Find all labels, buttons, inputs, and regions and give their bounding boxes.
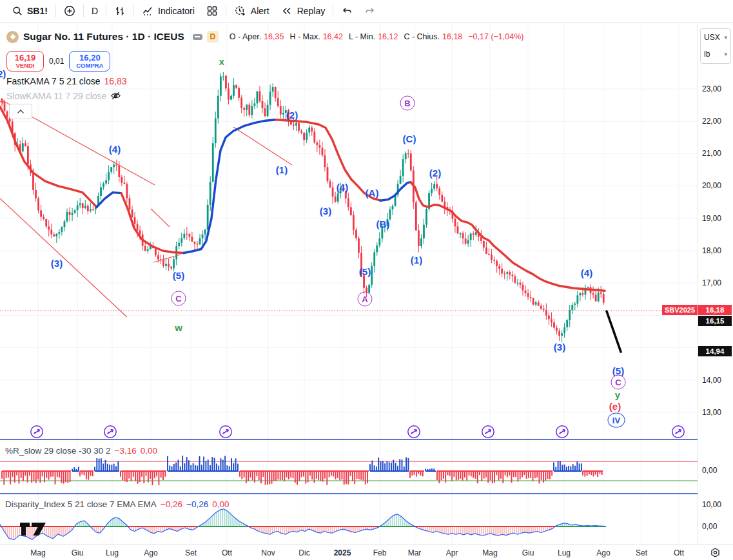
price-axis-label: 19,00 <box>702 214 721 223</box>
disparity-name: Disparity_Index 5 21 close 7 EMA EMA <box>5 499 157 509</box>
buy-label: COMPRA <box>76 63 103 69</box>
time-axis-label: Giu <box>72 548 84 557</box>
wave-label[interactable]: (B) <box>376 218 390 229</box>
wave-label[interactable]: (4) <box>109 144 121 155</box>
wave-label[interactable]: (5) <box>359 266 371 277</box>
event-marker-icon[interactable] <box>103 425 117 439</box>
buy-button[interactable]: 16,20 COMPRA <box>69 51 110 72</box>
wave-label[interactable]: (A) <box>366 188 379 198</box>
wave-label-clipped[interactable]: 2) <box>0 68 6 79</box>
open-value: 16,35 <box>264 32 284 41</box>
wave-label[interactable]: w <box>175 322 182 333</box>
time-axis-label: Giu <box>522 548 534 557</box>
time-axis-label: Mag <box>482 548 497 557</box>
symbol-search-button[interactable]: SB1! <box>6 2 54 20</box>
undo-button[interactable] <box>335 2 358 20</box>
time-axis-label: Ott <box>222 548 232 557</box>
wave-label[interactable]: (2) <box>429 168 441 179</box>
alert-clock-icon <box>234 5 246 17</box>
price-tag: 16,15 <box>698 316 732 326</box>
low-value: 16,12 <box>378 32 398 41</box>
toolbar-separator <box>333 5 333 17</box>
event-marker-icon[interactable] <box>219 425 233 439</box>
open-label: O - Aper. <box>230 32 261 41</box>
event-marker-icon[interactable] <box>555 425 569 439</box>
wave-label[interactable]: x <box>219 56 224 67</box>
price-axis-label: 20,00 <box>702 181 721 190</box>
symbol-logo <box>6 31 19 43</box>
time-axis-label: Nov <box>261 548 275 557</box>
wave-label[interactable]: (1) <box>411 255 422 266</box>
buy-price: 16,20 <box>79 53 101 63</box>
redo-icon <box>364 5 376 17</box>
wave-label[interactable]: (4) <box>337 182 348 193</box>
sell-price: 16,19 <box>15 53 36 63</box>
axis-settings-gear-icon[interactable] <box>710 547 721 558</box>
wave-label[interactable]: (3) <box>51 258 63 269</box>
alert-button[interactable]: Alert <box>228 2 275 20</box>
wave-label[interactable]: (2) <box>286 110 298 121</box>
undo-icon <box>341 5 353 17</box>
wave-label[interactable]: (1) <box>276 164 288 175</box>
time-axis-label: Ago <box>596 548 610 557</box>
unit-value: lb <box>704 50 710 59</box>
event-marker-icon[interactable] <box>407 425 421 439</box>
sell-button[interactable]: 16,19 VENDI <box>6 51 44 72</box>
unit-dropdown[interactable]: lb ▾ <box>701 46 730 63</box>
high-label: H - Max. <box>289 32 320 41</box>
disparity-value-1: −0,26 <box>161 499 182 509</box>
wave-label[interactable]: (5) <box>173 270 184 281</box>
wave-label[interactable]: C <box>171 291 186 306</box>
toolbar-separator <box>55 5 56 17</box>
chevron-up-icon <box>17 109 24 114</box>
time-axis-label: Set <box>636 548 647 557</box>
indicator-legend-slowkama[interactable]: SlowKAMA 11 7 29 close <box>6 90 121 101</box>
tradingview-logo[interactable] <box>19 519 49 537</box>
wave-label[interactable]: (3) <box>554 342 565 352</box>
fastkama-value: 16,83 <box>104 76 127 86</box>
symbol-label: SB1! <box>27 6 48 16</box>
wave-label[interactable]: (C) <box>403 133 416 144</box>
indicators-label: Indicatori <box>158 6 195 16</box>
wpr-indicator-legend[interactable]: %R_slow 29 close -30 30 2 −3,16 0,00 <box>5 446 157 456</box>
wave-label[interactable]: IV <box>608 413 625 428</box>
price-axis-label: 14,00 <box>702 376 721 385</box>
wave-label[interactable]: y <box>615 389 620 400</box>
disparity-indicator-legend[interactable]: Disparity_Index 5 21 close 7 EMA EMA −0,… <box>5 499 229 509</box>
chevron-down-icon: ▾ <box>724 34 727 41</box>
add-symbol-button[interactable] <box>58 2 81 20</box>
currency-dropdown[interactable]: USX ▾ <box>701 29 730 46</box>
trade-panel: 16,19 VENDI 0,01 16,20 COMPRA <box>6 51 110 72</box>
interval-label: D <box>92 6 98 16</box>
series-price-tag: SBV2025 <box>662 305 698 315</box>
replay-button[interactable]: Replay <box>275 2 331 20</box>
indicators-button[interactable]: Indicatori <box>136 2 200 20</box>
wave-label[interactable]: (3) <box>320 206 331 217</box>
wave-label[interactable]: A <box>358 292 373 307</box>
wave-label[interactable]: (4) <box>581 267 592 278</box>
slowkama-name: SlowKAMA 11 7 29 close <box>6 91 106 101</box>
wpr-name: %R_slow 29 close -30 30 2 <box>5 446 111 456</box>
scroll-to-top-button[interactable] <box>9 104 32 119</box>
chart-legend-header[interactable]: Sugar No. 11 Futures · 1D · ICEUS D O - … <box>6 30 523 44</box>
time-axis-label: Mag <box>30 548 45 557</box>
event-marker-icon[interactable] <box>30 425 44 439</box>
collapse-legend-icon[interactable] <box>193 34 202 40</box>
sell-label: VENDI <box>15 63 34 69</box>
chart-style-button[interactable] <box>108 2 132 20</box>
event-marker-icon[interactable] <box>671 425 685 439</box>
price-axis-label: 17,00 <box>702 278 721 287</box>
search-icon <box>12 6 23 16</box>
toolbar-separator <box>226 5 226 17</box>
price-tag: 14,94 <box>698 346 732 356</box>
eye-off-icon[interactable] <box>110 90 121 101</box>
wave-label[interactable]: C <box>611 375 626 390</box>
wave-label[interactable]: (e) <box>609 401 621 412</box>
wave-label[interactable]: B <box>400 96 415 111</box>
interval-button[interactable]: D <box>86 2 104 20</box>
layout-button[interactable] <box>200 2 224 20</box>
event-marker-icon[interactable] <box>481 425 495 439</box>
indicator-legend-fastkama[interactable]: FastKAMA 7 5 21 close 16,83 <box>6 76 127 86</box>
redo-button[interactable] <box>358 2 382 20</box>
chart-title: Sugar No. 11 Futures · 1D · ICEUS <box>23 31 184 43</box>
